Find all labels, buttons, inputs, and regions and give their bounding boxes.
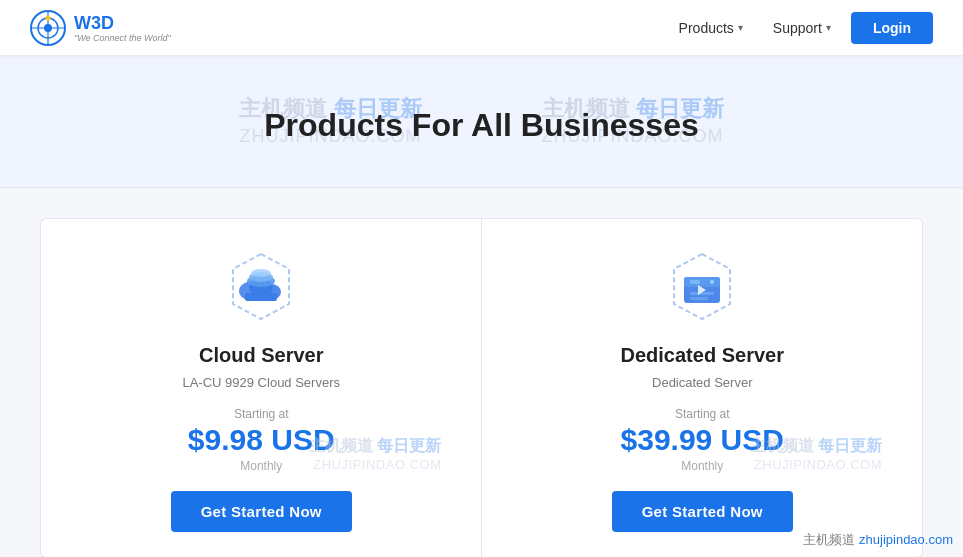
logo-tagline: "We Connect the World" <box>74 34 171 43</box>
cloud-wm-highlight: 每日更新 <box>377 437 441 454</box>
svg-rect-17 <box>690 280 700 284</box>
dedicated-server-name: Dedicated Server <box>621 344 784 367</box>
bottom-wm-text: 主机频道 <box>803 532 855 547</box>
dedicated-server-icon <box>662 249 742 329</box>
cloud-server-desc: LA-CU 9929 Cloud Servers <box>182 375 340 395</box>
support-chevron-icon: ▾ <box>826 22 831 33</box>
dedicated-starting-at: Starting at <box>675 407 730 421</box>
dedicated-billing: Monthly <box>681 459 723 473</box>
cloud-wm-line2: ZHUJIPINDAO.COM <box>309 457 441 472</box>
svg-point-13 <box>251 269 271 277</box>
bottom-wm-link: zhujipindao.com <box>859 532 953 547</box>
support-nav-label: Support <box>773 20 822 36</box>
dedicated-server-desc: Dedicated Server <box>652 375 752 395</box>
dedicated-price: $39.99 USD <box>621 423 784 457</box>
support-nav-link[interactable]: Support ▾ <box>763 14 841 42</box>
products-nav-link[interactable]: Products ▾ <box>669 14 753 42</box>
cloud-starting-at: Starting at <box>234 407 289 421</box>
svg-rect-10 <box>245 293 277 301</box>
dedicated-wm-line2: ZHUJIPINDAO.COM <box>750 457 882 472</box>
bottom-watermark: 主机频道 zhujipindao.com <box>803 531 953 549</box>
cloud-server-card: Cloud Server LA-CU 9929 Cloud Servers 主机… <box>40 218 481 557</box>
logo-icon <box>30 10 66 46</box>
navbar: W3D "We Connect the World" Products ▾ Su… <box>0 0 963 55</box>
cloud-price: $9.98 USD <box>188 423 335 457</box>
cloud-billing: Monthly <box>240 459 282 473</box>
svg-rect-20 <box>690 297 708 300</box>
logo-text: W3D <box>74 13 114 33</box>
logo: W3D "We Connect the World" <box>30 10 171 46</box>
dedicated-server-card: Dedicated Server Dedicated Server 主机频道 每… <box>481 218 923 557</box>
dedicated-get-started-button[interactable]: Get Started Now <box>612 491 793 532</box>
svg-rect-16 <box>684 277 720 287</box>
products-chevron-icon: ▾ <box>738 22 743 33</box>
dedicated-wm-highlight: 每日更新 <box>818 437 882 454</box>
hero-section: 主机频道 每日更新 ZHUJIPINDAO.COM 主机频道 每日更新 ZHUJ… <box>0 55 963 188</box>
login-button[interactable]: Login <box>851 12 933 44</box>
hero-title: Products For All Businesses <box>30 95 933 157</box>
cloud-get-started-button[interactable]: Get Started Now <box>171 491 352 532</box>
svg-point-18 <box>710 280 714 284</box>
products-section: Cloud Server LA-CU 9929 Cloud Servers 主机… <box>0 188 963 557</box>
navbar-right: Products ▾ Support ▾ Login <box>669 12 933 44</box>
svg-point-5 <box>46 15 51 20</box>
products-nav-label: Products <box>679 20 734 36</box>
cloud-server-icon <box>221 249 301 329</box>
cloud-server-name: Cloud Server <box>199 344 323 367</box>
